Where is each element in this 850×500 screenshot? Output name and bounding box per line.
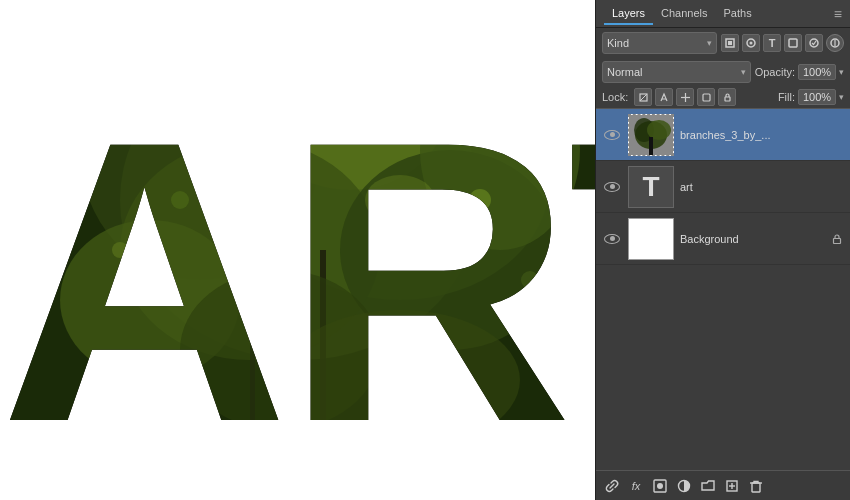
svg-point-17 xyxy=(171,191,189,209)
kind-label: Kind xyxy=(607,37,629,49)
add-mask-button[interactable] xyxy=(650,476,670,496)
svg-point-10 xyxy=(420,50,580,250)
svg-point-18 xyxy=(469,189,491,211)
layer-item-branches[interactable]: branches_3_by_... xyxy=(596,109,850,161)
search-bar: Kind ▾ T xyxy=(596,28,850,58)
layer-item-background[interactable]: Background xyxy=(596,213,850,265)
tab-paths[interactable]: Paths xyxy=(716,3,760,25)
eye-icon-branches xyxy=(604,130,620,140)
svg-point-47 xyxy=(657,483,663,489)
fx-button[interactable]: fx xyxy=(626,476,646,496)
layer-thumb-background xyxy=(628,218,674,260)
layer-thumb-branches xyxy=(628,114,674,156)
svg-line-34 xyxy=(640,94,647,101)
background-thumbnail xyxy=(629,219,673,259)
opacity-input[interactable]: 100% xyxy=(798,64,836,80)
svg-rect-26 xyxy=(728,41,732,45)
layer-name-branches: branches_3_by_... xyxy=(680,129,844,141)
opacity-chevron[interactable]: ▾ xyxy=(839,67,844,77)
layer-lock-background xyxy=(830,232,844,246)
lock-transparent-btn[interactable] xyxy=(634,88,652,106)
kind-dropdown[interactable]: Kind ▾ xyxy=(602,32,717,54)
svg-point-19 xyxy=(112,242,128,258)
filter-adjustment-icon[interactable] xyxy=(742,34,760,52)
layer-item-art[interactable]: T art xyxy=(596,161,850,213)
canvas-area: ART ART xyxy=(0,0,595,500)
filter-pixel-icon[interactable] xyxy=(721,34,739,52)
eye-icon-art xyxy=(604,182,620,192)
svg-rect-38 xyxy=(703,94,710,101)
svg-point-20 xyxy=(521,271,539,289)
svg-rect-39 xyxy=(725,97,730,101)
svg-point-23 xyxy=(210,130,290,190)
svg-point-24 xyxy=(365,175,435,225)
opacity-label: Opacity: xyxy=(755,66,795,78)
filter-type-icon[interactable]: T xyxy=(763,34,781,52)
fill-group: Fill: 100% ▾ xyxy=(778,89,844,105)
lock-paint-btn[interactable] xyxy=(655,88,673,106)
svg-rect-45 xyxy=(834,238,841,243)
layer-visibility-art[interactable] xyxy=(602,177,622,197)
layer-name-background: Background xyxy=(680,233,830,245)
layer-visibility-background[interactable] xyxy=(602,229,622,249)
fill-chevron[interactable]: ▾ xyxy=(839,92,844,102)
kind-chevron: ▾ xyxy=(707,38,712,48)
svg-rect-44 xyxy=(649,137,653,155)
layer-list: branches_3_by_... T art Background xyxy=(596,108,850,470)
new-layer-button[interactable] xyxy=(722,476,742,496)
blend-chevron: ▾ xyxy=(741,67,746,77)
svg-point-28 xyxy=(750,42,753,45)
fx-label: fx xyxy=(632,480,641,492)
art-svg: ART ART xyxy=(0,0,595,500)
branches-thumbnail xyxy=(629,115,673,155)
lock-label: Lock: xyxy=(602,91,628,103)
layer-visibility-branches[interactable] xyxy=(602,125,622,145)
svg-point-16 xyxy=(423,113,437,127)
blend-mode-dropdown[interactable]: Normal ▾ xyxy=(602,61,751,83)
lock-row: Lock: Fill: 100% ▾ xyxy=(596,86,850,108)
tabs-bar: Layers Channels Paths ≡ xyxy=(596,0,850,28)
fill-label: Fill: xyxy=(778,91,795,103)
link-layers-button[interactable] xyxy=(602,476,622,496)
blend-mode-value: Normal xyxy=(607,66,642,78)
tab-channels[interactable]: Channels xyxy=(653,3,715,25)
svg-rect-29 xyxy=(789,39,797,47)
filter-shape-icon[interactable] xyxy=(784,34,802,52)
lock-artboard-btn[interactable] xyxy=(697,88,715,106)
filter-smart-icon[interactable] xyxy=(805,34,823,52)
adjustment-button[interactable] xyxy=(674,476,694,496)
layer-thumb-art: T xyxy=(628,166,674,208)
lock-position-btn[interactable] xyxy=(676,88,694,106)
bottom-toolbar: fx xyxy=(596,470,850,500)
new-group-button[interactable] xyxy=(698,476,718,496)
svg-point-14 xyxy=(192,122,208,138)
lock-all-btn[interactable] xyxy=(718,88,736,106)
svg-rect-52 xyxy=(752,483,760,492)
filter-toggle[interactable] xyxy=(826,34,844,52)
fill-input[interactable]: 100% xyxy=(798,89,836,105)
text-layer-t-icon: T xyxy=(642,171,659,203)
eye-icon-background xyxy=(604,234,620,244)
layers-panel: Layers Channels Paths ≡ Kind ▾ T xyxy=(595,0,850,500)
tab-layers[interactable]: Layers xyxy=(604,3,653,25)
panel-menu-icon[interactable]: ≡ xyxy=(834,6,842,22)
delete-layer-button[interactable] xyxy=(746,476,766,496)
svg-point-22 xyxy=(280,310,520,450)
svg-point-15 xyxy=(340,70,360,90)
filter-icons: T xyxy=(721,34,844,52)
lock-icons xyxy=(634,88,736,106)
layer-name-art: art xyxy=(680,181,844,193)
blend-row: Normal ▾ Opacity: 100% ▾ xyxy=(596,58,850,86)
opacity-group: Opacity: 100% ▾ xyxy=(755,64,844,80)
